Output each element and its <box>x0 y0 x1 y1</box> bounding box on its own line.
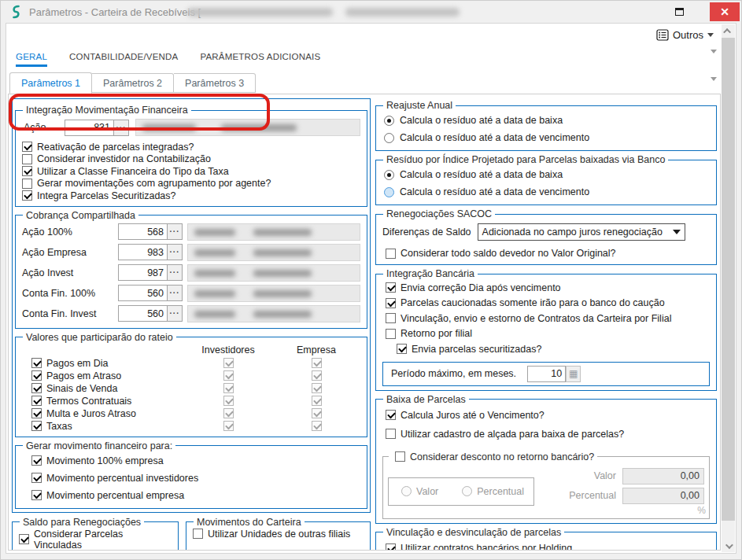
list-icon <box>656 29 669 41</box>
code-input[interactable]: 560 <box>118 305 168 322</box>
group-legend: Saldo para Renegociações <box>20 517 144 528</box>
checkbox[interactable] <box>386 543 396 551</box>
checkbox-label: Envia correção Dia após vencimento <box>401 282 561 293</box>
checkbox-label: Pagos em Atraso <box>46 370 121 381</box>
lookup-button[interactable]: ··· <box>168 285 183 301</box>
checkbox-label: Parcelas caucionadas somente irão para o… <box>401 297 665 308</box>
group-integracao-bancaria: Integração Bancária Envia correção Dia a… <box>375 268 717 391</box>
checkbox[interactable] <box>31 473 42 483</box>
tab-contabilidade-venda[interactable]: CONTABILIDADE/VENDA <box>69 52 178 68</box>
right-column: Reajuste Anual Calcula o resíduo até a d… <box>375 98 717 547</box>
group-considerar-desconto: Considerar desconto no retorno bancário?… <box>382 448 710 519</box>
periodo-maximo-panel: Período máximo, em meses. 10 ▦ <box>382 362 710 386</box>
close-button[interactable]: ✕ <box>710 2 740 21</box>
checkbox-label: Utilizar Unidades de outras filiais <box>208 529 350 540</box>
radio[interactable] <box>384 133 394 143</box>
calculator-icon[interactable]: ▦ <box>566 366 581 382</box>
checkbox[interactable] <box>22 166 32 176</box>
subtab-parametros-1[interactable]: Parâmetros 1 <box>9 72 92 94</box>
checkbox-investidores <box>223 358 234 368</box>
checkbox-label: Termos Contratuais <box>46 396 131 407</box>
checkbox[interactable] <box>386 249 396 259</box>
checkbox-investidores <box>223 370 234 381</box>
checkbox[interactable] <box>386 410 396 420</box>
integracao-checkbox-list: Reativação de parcelas integradas? Consi… <box>22 141 360 202</box>
field-label: Ação Empresa <box>22 247 118 258</box>
window-content: Outros GERAL CONTABILIDADE/VENDA PARÂMET… <box>6 23 736 554</box>
checkbox[interactable] <box>22 142 32 152</box>
maximize-button[interactable] <box>669 6 689 18</box>
checkbox-label: Movimento percentual empresa <box>46 490 184 501</box>
checkbox[interactable] <box>386 298 396 308</box>
diferencas-saldo-row: Diferenças de Saldo Adicionada no campo … <box>382 223 710 241</box>
tabs-overflow-caret-icon[interactable] <box>711 77 717 81</box>
radio-valor <box>401 486 412 496</box>
checkbox[interactable] <box>31 421 42 431</box>
valor-percentual-radiobox: Valor Percentual <box>388 477 534 506</box>
acao-lookup-button[interactable]: ··· <box>114 120 129 136</box>
diferencas-saldo-select[interactable]: Adicionada no campo juros renegociação <box>478 223 685 241</box>
checkbox[interactable] <box>31 396 42 406</box>
acao-input[interactable]: 831 <box>65 120 114 136</box>
checkbox[interactable] <box>31 490 42 500</box>
checkbox[interactable] <box>22 179 32 189</box>
checkbox[interactable] <box>22 190 32 201</box>
rateio-header: Investidores Empresa <box>22 344 360 357</box>
checkbox-label: Considerar investidor na Contabilização <box>37 153 211 164</box>
code-input[interactable]: 568 <box>118 223 168 240</box>
checkbox-investidores <box>223 421 234 431</box>
scroll-up-button[interactable] <box>722 24 735 37</box>
rateio-row: Multa e Juros Atraso <box>22 407 360 420</box>
checkbox[interactable] <box>386 282 396 293</box>
checkbox[interactable] <box>193 529 203 539</box>
subtab-parametros-3[interactable]: Parâmetros 3 <box>174 73 256 93</box>
cobranca-row: Conta Fin. Invest 560··· <box>22 304 360 324</box>
lookup-button[interactable]: ··· <box>168 244 183 260</box>
checkbox-label: Envia parcelas securitizadas? <box>412 344 541 355</box>
scroll-down-button[interactable] <box>722 540 735 552</box>
lookup-button[interactable]: ··· <box>168 305 183 322</box>
checkbox-label: Vinculação, envio e estorno de Contratos… <box>401 313 671 324</box>
vertical-scrollbar[interactable] <box>722 24 735 552</box>
radio-label: Calcula o resíduo até a data de vencimen… <box>400 132 589 143</box>
tab-geral[interactable]: GERAL <box>16 52 47 68</box>
checkbox[interactable] <box>386 429 396 439</box>
checkbox[interactable] <box>31 370 42 381</box>
checkbox[interactable] <box>31 455 42 466</box>
outros-button[interactable]: Outros <box>656 29 714 41</box>
tab-parametros-adicionais[interactable]: PARÂMETROS ADICIONAIS <box>200 52 320 68</box>
checkbox[interactable] <box>386 329 396 339</box>
cobranca-row: Conta Fin. 100% 560··· <box>22 283 360 304</box>
rateio-row: Sinais de Venda <box>22 382 360 395</box>
checkbox[interactable] <box>386 313 396 323</box>
code-input[interactable]: 560 <box>118 285 168 301</box>
radio[interactable] <box>384 170 394 180</box>
checkbox-label: Movimento percentual investidores <box>46 473 198 484</box>
radio[interactable] <box>384 187 394 197</box>
scrollbar-thumb[interactable] <box>722 38 735 521</box>
checkbox[interactable] <box>31 383 42 393</box>
checkbox[interactable] <box>22 154 32 164</box>
checkbox[interactable] <box>31 408 42 418</box>
lookup-button[interactable]: ··· <box>168 264 183 281</box>
column-header-investidores: Investidores <box>184 344 272 356</box>
checkbox-label: Pagos em Dia <box>46 358 109 369</box>
group-legend: Movimentos do Carteira <box>194 517 305 528</box>
group-saldo-renegociacoes: Saldo para Renegociações Considerar Parc… <box>12 517 179 551</box>
code-input[interactable]: 983 <box>118 244 168 260</box>
chevron-up-icon <box>723 28 731 35</box>
field-label: Ação Invest <box>22 267 118 278</box>
parameters-panel: Integração Movimentação Financeira Ação … <box>8 94 721 551</box>
periodo-input[interactable]: 10 <box>527 366 566 382</box>
checkbox[interactable] <box>31 358 42 368</box>
code-input[interactable]: 987 <box>118 264 168 281</box>
group-legend: Valores que participarão do rateio <box>23 332 176 343</box>
checkbox[interactable] <box>397 344 407 354</box>
toolbar-overflow-caret-icon[interactable] <box>711 50 717 53</box>
lookup-button[interactable]: ··· <box>168 223 183 240</box>
subtab-parametros-2[interactable]: Parâmetros 2 <box>92 73 174 93</box>
checkbox[interactable] <box>19 534 29 544</box>
radio[interactable] <box>384 116 394 126</box>
checkbox[interactable] <box>395 451 405 462</box>
field-label: Ação 100% <box>22 227 118 238</box>
